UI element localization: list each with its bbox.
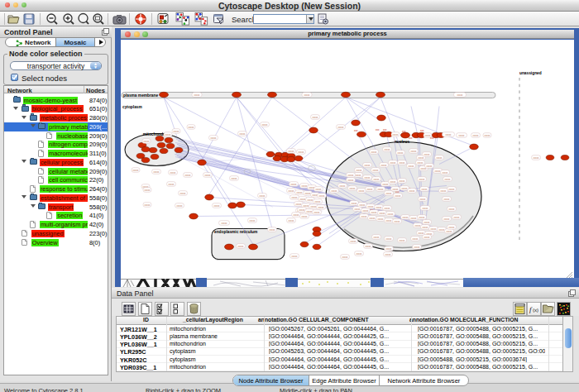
svg-text:xxxxx: xxxxx (457, 93, 464, 96)
svg-text:xxxxx: xxxxx (386, 218, 393, 222)
svg-text:xxxxx: xxxxx (351, 239, 357, 242)
svg-text:xxxxx: xxxxx (411, 149, 418, 152)
svg-text:xxxxx: xxxxx (289, 189, 295, 192)
svg-text:xxxxx: xxxxx (302, 184, 309, 187)
svg-text:xxxxx: xxxxx (402, 186, 409, 189)
svg-text:xxxxx: xxxxx (356, 251, 363, 255)
svg-text:unassigned: unassigned (519, 70, 542, 74)
svg-text:nucleus: nucleus (395, 139, 409, 143)
svg-text:xxxxx: xxxxx (390, 160, 397, 164)
svg-text:xxxxx: xxxxx (145, 203, 151, 206)
svg-text:xxx: xxx (354, 128, 358, 131)
svg-text:xxxxx: xxxxx (459, 133, 466, 136)
svg-text:xxxxx: xxxxx (319, 194, 326, 197)
svg-text:xxxxx: xxxxx (359, 189, 366, 192)
svg-text:xxxxx: xxxxx (356, 173, 362, 176)
svg-text:xxxxx: xxxxx (386, 246, 393, 250)
svg-text:xxxxx: xxxxx (366, 244, 372, 247)
svg-text:xxxxx: xxxxx (374, 177, 380, 180)
svg-text:xxxxx: xxxxx (352, 201, 358, 204)
svg-text:xxxxx: xxxxx (485, 133, 491, 136)
svg-text:xxx: xxx (409, 136, 413, 139)
svg-text:xxxxx: xxxxx (292, 254, 299, 257)
svg-text:xxxxx: xxxxx (419, 231, 425, 234)
svg-text:xxxxx: xxxxx (291, 182, 298, 185)
svg-text:xxxxx: xxxxx (250, 218, 256, 222)
svg-text:xxxxx: xxxxx (185, 173, 192, 176)
svg-text:xxxxx: xxxxx (205, 173, 212, 176)
svg-text:xxxxx: xxxxx (393, 132, 400, 136)
svg-text:xxx: xxx (376, 127, 380, 131)
svg-text:xxxxx: xxxxx (300, 197, 307, 200)
svg-text:xxxxx: xxxxx (170, 170, 177, 174)
svg-text:xxxxx: xxxxx (332, 189, 338, 192)
svg-text:xxxxx: xxxxx (356, 168, 363, 171)
svg-text:xxxxx: xxxxx (376, 205, 383, 208)
svg-text:xxxxx: xxxxx (338, 125, 345, 128)
svg-text:xxxxx: xxxxx (365, 163, 371, 166)
svg-text:xxxxx: xxxxx (174, 129, 180, 132)
svg-text:xxxxx: xxxxx (400, 238, 406, 241)
svg-text:xxxxx: xxxxx (378, 217, 385, 220)
svg-text:xxxxx: xxxxx (314, 210, 321, 213)
svg-text:xxxxx: xxxxx (294, 213, 300, 216)
svg-text:xxxxx: xxxxx (414, 245, 421, 248)
svg-text:xxxxx: xxxxx (297, 190, 304, 194)
svg-text:xxxxx: xxxxx (296, 202, 303, 205)
svg-text:xxxxx: xxxxx (424, 152, 431, 155)
svg-text:xxxxx: xxxxx (308, 198, 314, 201)
svg-text:xxxxx: xxxxx (304, 93, 311, 96)
svg-text:xxxxx: xxxxx (371, 150, 378, 153)
svg-text:xxxxx: xxxxx (370, 216, 376, 219)
svg-text:xxxxx: xxxxx (348, 173, 355, 176)
svg-text:xxxxx: xxxxx (289, 149, 295, 152)
svg-text:xxxxx: xxxxx (211, 136, 218, 139)
svg-text:xxxxx: xxxxx (133, 168, 140, 171)
svg-text:xxxxx: xxxxx (431, 227, 438, 230)
svg-text:xxxxx: xxxxx (415, 223, 422, 227)
svg-text:xxxxx: xxxxx (386, 237, 393, 240)
svg-text:xxxxx: xxxxx (180, 191, 187, 194)
svg-text:xxxxx: xxxxx (449, 207, 456, 210)
svg-text:xxxxx: xxxxx (388, 212, 395, 215)
svg-text:xxxxx: xxxxx (398, 151, 404, 154)
svg-text:xxxxx: xxxxx (262, 122, 269, 126)
svg-text:xxxxx: xxxxx (313, 115, 319, 118)
svg-text:xxxxx: xxxxx (299, 208, 306, 211)
svg-text:xxxxx: xxxxx (423, 225, 429, 228)
svg-text:xxxxx: xxxxx (340, 184, 347, 187)
svg-text:xxxxx: xxxxx (419, 177, 426, 180)
svg-text:xxxxx: xxxxx (423, 206, 429, 209)
svg-text:xxxxx: xxxxx (386, 191, 393, 194)
svg-text:xxxxx: xxxxx (424, 220, 431, 223)
svg-text:xxxxx: xxxxx (371, 210, 378, 213)
svg-text:xxxxx: xxxxx (390, 179, 397, 183)
svg-text:xxxxx: xxxxx (342, 255, 349, 258)
svg-text:xxxxx: xxxxx (260, 194, 266, 197)
svg-text:xxxxx: xxxxx (395, 219, 401, 222)
svg-text:xxxxx: xxxxx (304, 203, 310, 207)
svg-text:xxxxx: xxxxx (385, 206, 391, 209)
svg-text:xxxxx: xxxxx (444, 197, 451, 200)
svg-text:xxxxx: xxxxx (422, 187, 428, 190)
svg-text:xxxxx: xxxxx (177, 203, 184, 207)
svg-text:xxxxx: xxxxx (360, 203, 366, 206)
svg-text:xxxxx: xxxxx (420, 197, 427, 200)
svg-text:xxxxx: xxxxx (444, 217, 451, 220)
svg-text:xxxxx: xxxxx (361, 214, 368, 218)
svg-text:xxxxx: xxxxx (447, 229, 453, 232)
svg-text:xxxxx: xxxxx (427, 164, 433, 167)
svg-text:xxxxx: xxxxx (381, 163, 388, 166)
svg-text:(x): (x) (533, 308, 538, 313)
svg-text:xxxxx: xxxxx (380, 211, 386, 214)
svg-text:xxxxx: xxxxx (318, 205, 325, 208)
svg-text:xxxxx: xxxxx (411, 216, 418, 219)
svg-text:xxx: xxx (420, 128, 424, 131)
svg-text:xxxxx: xxxxx (145, 188, 151, 191)
svg-text:xxxxx: xxxxx (395, 194, 402, 197)
svg-text:xxxxx: xxxxx (365, 175, 371, 179)
svg-text:xxxxx: xxxxx (144, 139, 151, 142)
svg-text:xxxxx: xxxxx (385, 252, 392, 256)
svg-text:xxxxx: xxxxx (169, 182, 175, 185)
svg-text:xxx: xxx (383, 127, 387, 131)
